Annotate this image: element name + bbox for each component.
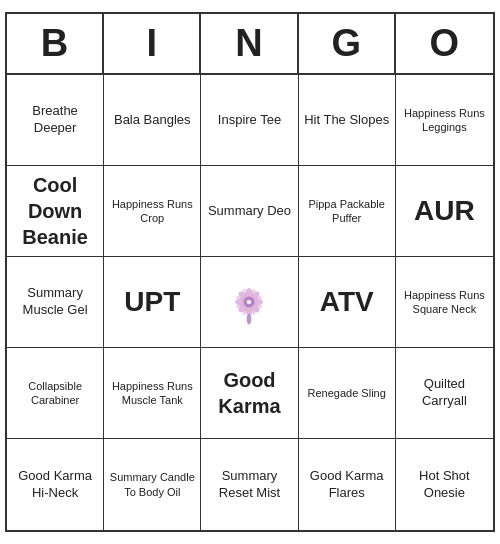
bingo-cell-r3c4: ATV [299, 257, 396, 348]
cell-text-r5c4: Good Karma Flares [303, 468, 391, 502]
cell-text-r5c2: Summary Candle To Body Oil [108, 470, 196, 499]
cell-text-r3c2: UPT [124, 284, 180, 320]
bingo-cell-r1c5: Happiness Runs Leggings [396, 75, 493, 166]
bingo-letter-o: O [396, 14, 493, 73]
cell-text-r2c2: Happiness Runs Crop [108, 197, 196, 226]
cell-text-r3c5: Happiness Runs Square Neck [400, 288, 489, 317]
bingo-cell-r4c2: Happiness Runs Muscle Tank [104, 348, 201, 439]
bingo-cell-r3c2: UPT [104, 257, 201, 348]
svg-point-9 [247, 300, 252, 305]
bingo-letter-n: N [201, 14, 298, 73]
cell-text-r3c1: Summary Muscle Gel [11, 285, 99, 319]
cell-text-r2c1: Cool Down Beanie [11, 172, 99, 250]
bingo-cell-r4c5: Quilted Carryall [396, 348, 493, 439]
bingo-cell-r3c3 [201, 257, 298, 348]
bingo-cell-r5c4: Good Karma Flares [299, 439, 396, 530]
bingo-letter-i: I [104, 14, 201, 73]
bingo-cell-r4c1: Collapsible Carabiner [7, 348, 104, 439]
bingo-cell-r1c4: Hit The Slopes [299, 75, 396, 166]
bingo-cell-r2c3: Summary Deo [201, 166, 298, 257]
bingo-card: BINGO Breathe DeeperBala BanglesInspire … [5, 12, 495, 532]
cell-text-r4c4: Renegade Sling [308, 386, 386, 400]
cell-text-r2c4: Pippa Packable Puffer [303, 197, 391, 226]
bingo-cell-r3c1: Summary Muscle Gel [7, 257, 104, 348]
bingo-cell-r5c1: Good Karma Hi-Neck [7, 439, 104, 530]
bingo-grid: Breathe DeeperBala BanglesInspire TeeHit… [7, 75, 493, 530]
cell-text-r1c4: Hit The Slopes [304, 112, 389, 129]
bingo-letter-b: B [7, 14, 104, 73]
bingo-cell-r4c3: Good Karma [201, 348, 298, 439]
cell-text-r5c1: Good Karma Hi-Neck [11, 468, 99, 502]
cell-text-r1c5: Happiness Runs Leggings [400, 106, 489, 135]
bingo-letter-g: G [299, 14, 396, 73]
cell-text-r3c4: ATV [320, 284, 374, 320]
cell-text-r2c3: Summary Deo [208, 203, 291, 220]
bingo-cell-r5c2: Summary Candle To Body Oil [104, 439, 201, 530]
cell-text-r4c5: Quilted Carryall [400, 376, 489, 410]
bingo-cell-r2c1: Cool Down Beanie [7, 166, 104, 257]
cell-text-r2c5: AUR [414, 193, 475, 229]
bingo-cell-r4c4: Renegade Sling [299, 348, 396, 439]
bingo-cell-r2c5: AUR [396, 166, 493, 257]
cell-text-r4c2: Happiness Runs Muscle Tank [108, 379, 196, 408]
cell-text-r1c2: Bala Bangles [114, 112, 191, 129]
bingo-cell-r5c3: Summary Reset Mist [201, 439, 298, 530]
bingo-cell-r1c1: Breathe Deeper [7, 75, 104, 166]
bingo-cell-r3c5: Happiness Runs Square Neck [396, 257, 493, 348]
bingo-cell-r1c3: Inspire Tee [201, 75, 298, 166]
bingo-cell-r1c2: Bala Bangles [104, 75, 201, 166]
svg-point-10 [247, 314, 252, 325]
bingo-header: BINGO [7, 14, 493, 75]
cell-text-r5c3: Summary Reset Mist [205, 468, 293, 502]
cell-text-r4c3: Good Karma [205, 367, 293, 419]
bingo-cell-r2c4: Pippa Packable Puffer [299, 166, 396, 257]
bingo-cell-r2c2: Happiness Runs Crop [104, 166, 201, 257]
cell-text-r4c1: Collapsible Carabiner [11, 379, 99, 408]
cell-text-r1c3: Inspire Tee [218, 112, 281, 129]
free-space-icon [218, 271, 280, 333]
bingo-cell-r5c5: Hot Shot Onesie [396, 439, 493, 530]
cell-text-r1c1: Breathe Deeper [11, 103, 99, 137]
cell-text-r5c5: Hot Shot Onesie [400, 468, 489, 502]
